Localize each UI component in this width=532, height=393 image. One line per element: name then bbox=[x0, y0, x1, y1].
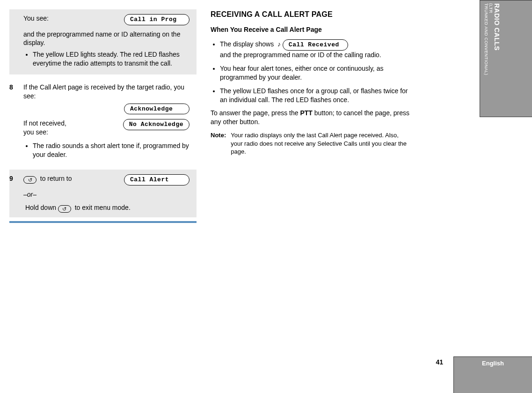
right-column: RECEIVING A CALL ALERT PAGE When You Rec… bbox=[211, 9, 412, 223]
lcd-call-alert: Call Alert bbox=[124, 174, 189, 185]
to-return-label: to return to bbox=[40, 175, 72, 182]
hold-down-post: to exit menu mode. bbox=[75, 204, 131, 211]
document-page: You see: Call in Prog and the preprogram… bbox=[0, 0, 532, 223]
answer-paragraph: To answer the page, press the PTT button… bbox=[211, 109, 412, 126]
step-7-block: You see: Call in Prog and the preprogram… bbox=[9, 9, 197, 74]
note-block: Note: Your radio displays only the last … bbox=[211, 131, 412, 156]
step8-line1: If the Call Alert page is received by th… bbox=[23, 83, 189, 101]
step8-line2a: If not received, bbox=[23, 119, 66, 128]
side-tab-main: RADIO CALLS bbox=[493, 3, 501, 114]
step9-return: ↺ to return to bbox=[23, 174, 72, 184]
step-8-block: 8 If the Call Alert page is received by … bbox=[9, 78, 197, 166]
sub-heading: When You Receive a Call Alert Page bbox=[211, 25, 412, 34]
note-text: Your radio displays only the last Call A… bbox=[231, 131, 412, 156]
note-label: Note: bbox=[211, 131, 226, 156]
step9-hold: Hold down ↺ to exit menu mode. bbox=[23, 203, 189, 213]
lcd-call-in-prog: Call in Prog bbox=[124, 14, 189, 25]
section-heading: RECEIVING A CALL ALERT PAGE bbox=[211, 9, 412, 20]
you-see-label: You see: bbox=[23, 14, 49, 23]
right-bullet1: The display shows ♪ Call Received and th… bbox=[220, 39, 412, 59]
step9-or: –or– bbox=[23, 190, 189, 199]
lcd-call-received: Call Received bbox=[283, 39, 348, 51]
step8-line2b: you see: bbox=[23, 128, 66, 137]
step8-bullet1: The radio sounds a short alert tone if, … bbox=[33, 141, 189, 159]
footer-language-bar: English bbox=[453, 356, 532, 393]
bullet1-post: and the preprogrammed name or ID of the … bbox=[220, 51, 381, 59]
divider-bar bbox=[9, 221, 197, 223]
back-button-icon-2: ↺ bbox=[58, 205, 71, 213]
answer-pre: To answer the page, press the bbox=[211, 109, 300, 117]
ptt-label: PTT bbox=[300, 109, 312, 117]
lcd-no-acknowledge: No Acknowledge bbox=[123, 119, 189, 130]
side-tab-sub-row: (LTR TRUNKED AND CONVENTIONAL) bbox=[484, 3, 493, 114]
side-tab-sub1: (LTR bbox=[488, 3, 493, 13]
side-tab-sub2: TRUNKED AND CONVENTIONAL) bbox=[484, 3, 488, 75]
left-column: You see: Call in Prog and the preprogram… bbox=[9, 9, 197, 223]
step-9-number: 9 bbox=[9, 174, 13, 183]
right-bullet3: The yellow LED flashes once for a group … bbox=[220, 87, 412, 104]
lcd-acknowledge: Acknowledge bbox=[124, 104, 189, 115]
side-tab: RADIO CALLS (LTR TRUNKED AND CONVENTIONA… bbox=[480, 0, 532, 117]
bullet1-pre: The display shows bbox=[220, 40, 274, 48]
step7-bullet1: The yellow LED lights steady. The red LE… bbox=[33, 50, 189, 68]
music-note-icon: ♪ bbox=[277, 40, 281, 48]
page-number: 41 bbox=[436, 358, 443, 366]
step7-desc: and the preprogrammed name or ID alterna… bbox=[23, 30, 189, 48]
footer-language: English bbox=[482, 360, 504, 367]
step-8-number: 8 bbox=[9, 83, 13, 92]
back-button-icon: ↺ bbox=[23, 176, 36, 184]
step-9-block: 9 ↺ to return to Call Alert –or– Hold do… bbox=[9, 170, 197, 217]
right-bullet2: You hear four alert tones, either once o… bbox=[220, 64, 412, 82]
hold-down-pre: Hold down bbox=[25, 204, 56, 211]
